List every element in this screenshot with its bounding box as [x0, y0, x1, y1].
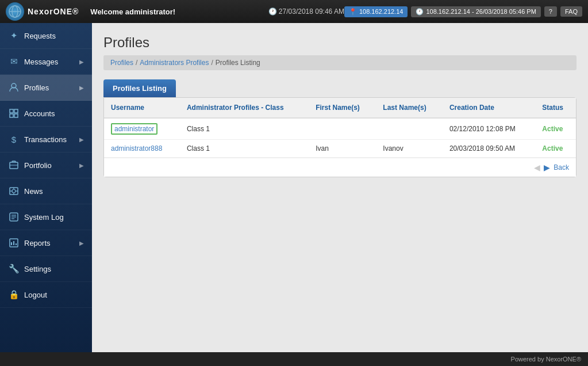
cell-firstname: Ivan — [309, 140, 376, 158]
footer-text: Powered by NexorONE® — [511, 356, 581, 363]
pagination-row: ◀ ▶ Back — [104, 158, 576, 177]
sidebar: ✦ Requests ✉ Messages ▶ Profiles ▶ — [0, 23, 92, 352]
breadcrumb-admin-profiles[interactable]: Administrators Profiles — [140, 59, 209, 67]
col-username: Username — [104, 98, 180, 118]
reports-icon — [8, 237, 20, 249]
sidebar-label-messages: Messages — [24, 58, 75, 66]
portfolio-arrow: ▶ — [79, 162, 84, 169]
sidebar-label-reports: Reports — [24, 239, 75, 247]
sidebar-label-settings: Settings — [24, 265, 84, 273]
sidebar-item-portfolio[interactable]: Portfolio ▶ — [0, 152, 92, 178]
cell-firstname — [309, 118, 376, 140]
breadcrumb-sep-2: / — [211, 59, 213, 67]
cell-username: administrator888 — [104, 140, 180, 158]
tab-container: Profiles Listing — [103, 79, 577, 97]
sidebar-label-logout: Logout — [24, 291, 84, 299]
cell-class: Class 1 — [180, 140, 309, 158]
sidebar-label-transactions: Transactions — [24, 135, 75, 144]
cell-lastname: Ivanov — [376, 140, 443, 158]
location-icon: 📍 — [349, 8, 357, 16]
svg-rect-4 — [10, 109, 13, 113]
cell-username: administrator — [104, 118, 180, 140]
sidebar-label-profiles: Profiles — [24, 83, 75, 92]
breadcrumb-current: Profiles Listing — [216, 59, 260, 67]
sidebar-item-requests[interactable]: ✦ Requests — [0, 23, 92, 49]
ip-badge: 📍 108.162.212.14 — [344, 6, 408, 17]
breadcrumb: Profiles / Administrators Profiles / Pro… — [103, 55, 577, 70]
settings-icon: 🔧 — [8, 263, 20, 274]
faq-button[interactable]: FAQ — [560, 6, 582, 17]
reports-arrow: ▶ — [79, 240, 84, 246]
transactions-icon: $ — [8, 134, 20, 145]
cell-status: Active — [535, 140, 576, 158]
profiles-icon — [8, 82, 20, 93]
logo-icon — [6, 2, 24, 21]
breadcrumb-sep-1: / — [136, 59, 137, 67]
logo-text: NexorONE® — [28, 7, 79, 16]
page-title: Profiles — [103, 35, 577, 51]
svg-rect-6 — [10, 114, 13, 117]
session-badge: 🕐 108.162.212.14 - 26/03/2018 05:46 PM — [411, 6, 540, 17]
requests-icon: ✦ — [8, 30, 20, 41]
back-link[interactable]: Back — [554, 163, 569, 171]
messages-icon: ✉ — [8, 56, 20, 67]
systemlog-icon — [8, 211, 20, 223]
sidebar-item-profiles[interactable]: Profiles ▶ — [0, 75, 92, 101]
sidebar-item-settings[interactable]: 🔧 Settings — [0, 256, 92, 282]
sidebar-label-accounts: Accounts — [24, 109, 84, 118]
sidebar-label-news: News — [24, 187, 84, 196]
main-layout: ✦ Requests ✉ Messages ▶ Profiles ▶ — [0, 23, 588, 352]
svg-point-11 — [12, 189, 16, 193]
accounts-icon — [8, 108, 20, 119]
tab-profiles-listing[interactable]: Profiles Listing — [103, 79, 176, 97]
content-area: Profiles Profiles / Administrators Profi… — [92, 23, 588, 352]
portfolio-icon — [8, 159, 20, 171]
col-firstname: First Name(s) — [309, 98, 376, 118]
news-icon — [8, 185, 20, 197]
table-row: administratorClass 102/12/2010 12:08 PMA… — [104, 118, 576, 140]
svg-rect-7 — [14, 114, 18, 117]
sidebar-item-logout[interactable]: 🔒 Logout — [0, 282, 92, 308]
next-page-button[interactable]: ▶ — [544, 163, 550, 172]
sidebar-item-messages[interactable]: ✉ Messages ▶ — [0, 49, 92, 75]
header-time: 🕐 27/03/2018 09:46 AM — [268, 7, 344, 16]
clock2-icon: 🕐 — [416, 8, 424, 16]
sidebar-item-systemlog[interactable]: System Log — [0, 204, 92, 230]
table-container: Username Administrator Profiles - Class … — [103, 97, 577, 177]
logo: NexorONE® — [6, 2, 79, 21]
table-row: administrator888Class 1IvanIvanov20/03/2… — [104, 140, 576, 158]
username-link-0[interactable]: administrator — [111, 123, 157, 135]
col-lastname: Last Name(s) — [376, 98, 443, 118]
sidebar-label-portfolio: Portfolio — [24, 161, 75, 170]
sidebar-item-accounts[interactable]: Accounts — [0, 101, 92, 127]
sidebar-label-systemlog: System Log — [24, 213, 84, 222]
cell-class: Class 1 — [180, 118, 309, 140]
cell-creation-date: 20/03/2018 09:50 AM — [443, 140, 535, 158]
cell-status: Active — [535, 118, 576, 140]
footer: Powered by NexorONE® — [0, 352, 588, 366]
sidebar-label-requests: Requests — [24, 32, 84, 40]
cell-lastname — [376, 118, 443, 140]
col-status: Status — [535, 98, 576, 118]
transactions-arrow: ▶ — [79, 136, 84, 143]
header-right: 📍 108.162.212.14 🕐 108.162.212.14 - 26/0… — [344, 6, 582, 17]
profiles-table: Username Administrator Profiles - Class … — [104, 98, 576, 158]
sidebar-item-news[interactable]: News — [0, 178, 92, 204]
profiles-arrow: ▶ — [79, 85, 84, 91]
prev-page-button[interactable]: ◀ — [534, 163, 540, 172]
messages-arrow: ▶ — [79, 59, 84, 65]
username-link-1[interactable]: administrator888 — [111, 144, 162, 152]
cell-creation-date: 02/12/2010 12:08 PM — [443, 118, 535, 140]
help-button[interactable]: ? — [544, 6, 557, 17]
logout-icon: 🔒 — [8, 289, 20, 300]
breadcrumb-profiles[interactable]: Profiles — [110, 59, 133, 67]
welcome-text: Welcome administrator! — [90, 7, 263, 16]
sidebar-item-transactions[interactable]: $ Transactions ▶ — [0, 127, 92, 152]
clock-icon: 🕐 — [268, 7, 277, 16]
table-header-row: Username Administrator Profiles - Class … — [104, 98, 576, 118]
header: NexorONE® Welcome administrator! 🕐 27/03… — [0, 0, 588, 23]
col-class: Administrator Profiles - Class — [180, 98, 309, 118]
sidebar-item-reports[interactable]: Reports ▶ — [0, 230, 92, 256]
col-creation-date: Creation Date — [443, 98, 535, 118]
svg-rect-5 — [14, 109, 18, 113]
